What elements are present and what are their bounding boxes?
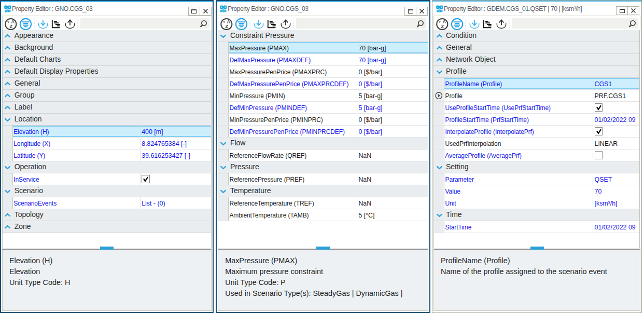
svg-text:Z: Z: [441, 24, 444, 29]
svg-text:Z: Z: [9, 24, 12, 29]
svg-text:Z: Z: [226, 24, 229, 29]
